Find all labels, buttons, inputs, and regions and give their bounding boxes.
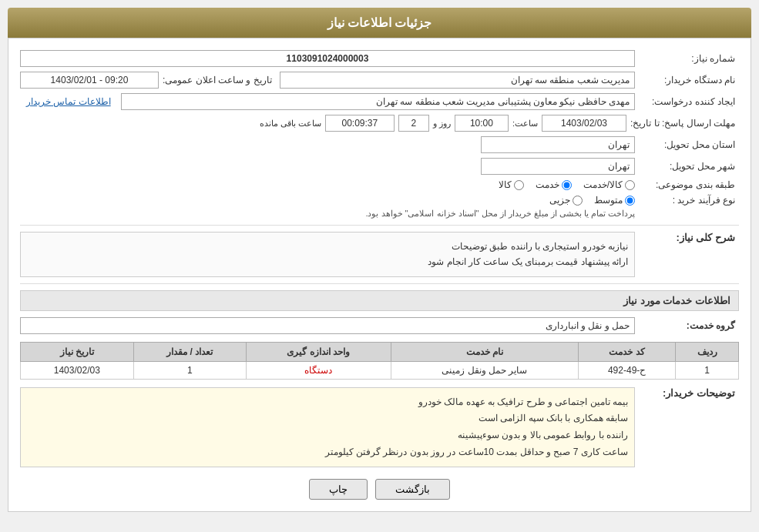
value-shomareNiaz: 1103091024000003 <box>20 50 635 67</box>
buyer-notes-box: بیمه تامین اجتماعی و طرح ترافیک به عهده … <box>20 387 635 467</box>
sharh-line1: نیازبه خودرو استیجاری با راننده طبق توضی… <box>27 239 628 254</box>
value-namDastgah: مدیریت شعب منطقه سه تهران <box>280 72 635 89</box>
td-namKhadamat: سایر حمل ونقل زمینی <box>391 361 578 379</box>
label-mohlat-roz: روز و <box>433 119 451 129</box>
radio-kala-khadamat[interactable]: کالا/خدمت <box>583 179 635 190</box>
sharh-line2: ارائه پیشنهاد قیمت برمبنای یک ساعت کار ا… <box>27 254 628 269</box>
label-namDastgah: نام دستگاه خریدار: <box>639 75 739 85</box>
tabaghe-radio-group: کالا/خدمت خدمت کالا <box>499 179 635 190</box>
radio-motavaset[interactable]: متوسط <box>594 195 635 206</box>
radio-kala-input[interactable] <box>514 180 524 190</box>
bazgasht-button[interactable]: بازگشت <box>375 479 450 500</box>
value-ijadKonande: مهدی حافظی نیکو معاون پشتیبانی مدیریت شع… <box>121 93 635 110</box>
label-tabaghe: طبقه بندی موضوعی: <box>639 179 739 190</box>
label-kala: کالا <box>499 179 512 190</box>
value-ostan: تهران <box>481 136 635 153</box>
label-mohlat: مهلت ارسال پاسخ: تا تاریخ: <box>630 118 739 129</box>
value-grouhKhadamat: حمل و نقل و انبارداری <box>20 317 635 334</box>
radio-jozi-input[interactable] <box>573 196 583 206</box>
section-khadamat: اطلاعات خدمات مورد نیاز <box>20 290 739 311</box>
label-sharhKolli: شرح کلی نیاز: <box>639 232 739 243</box>
sharh-kolli-box: نیازبه خودرو استیجاری با راننده طبق توضی… <box>20 232 635 277</box>
radio-motavaset-input[interactable] <box>625 196 635 206</box>
label-shomareNiaz: شماره نیاز: <box>639 53 739 64</box>
radio-kala-khadamat-input[interactable] <box>625 180 635 190</box>
td-tedad: 1 <box>133 361 246 379</box>
button-row: بازگشت چاپ <box>20 479 739 500</box>
page-title: جزئیات اطلاعات نیاز <box>8 8 751 38</box>
label-shahr: شهر محل تحویل: <box>639 161 739 172</box>
value-mohlat-saat: 10:00 <box>455 115 509 132</box>
radio-kala[interactable]: کالا <box>499 179 524 190</box>
td-radif: 1 <box>676 361 739 379</box>
noeFarayand-radio-group: متوسط جزیی <box>20 195 635 206</box>
label-mohlat-saat: ساعت: <box>512 119 538 129</box>
tozihat-line1: بیمه تامین اجتماعی و طرح ترافیک به عهده … <box>27 394 628 411</box>
th-vahed: واحد اندازه گیری <box>247 342 391 361</box>
label-tozihat: توضیحات خریدار: <box>639 387 739 399</box>
service-table: ردیف کد خدمت نام خدمت واحد اندازه گیری ت… <box>20 342 739 380</box>
noeFarayand-description: پرداخت تمام یا بخشی از مبلغ خریدار از مح… <box>20 209 635 219</box>
label-ostan: استان محل تحویل: <box>639 139 739 150</box>
label-jozi: جزیی <box>549 195 570 206</box>
label-kala-khadamat: کالا/خدمت <box>583 179 623 190</box>
value-mohlat-date: 1403/02/03 <box>542 115 626 132</box>
tozihat-line4: ساعت کاری 7 صبح و حداقل بمدت 10ساعت در ر… <box>27 444 628 461</box>
label-noeFarayand: نوع فرآیند خرید : <box>639 195 739 206</box>
th-namKhadamat: نام خدمت <box>391 342 578 361</box>
value-shahr: تهران <box>481 158 635 175</box>
tozihat-line2: سابقه همکاری با بانک سپه الزامی است <box>27 410 628 427</box>
value-tarikh: 1403/02/01 - 09:20 <box>20 72 159 89</box>
tozihat-line3: راننده با روابط عمومی بالا و بدون سوءپیش… <box>27 427 628 444</box>
th-radif: ردیف <box>676 342 739 361</box>
td-vahed: دستگاه <box>247 361 391 379</box>
radio-khadamat-input[interactable] <box>562 180 572 190</box>
value-mohlat-roz: 2 <box>398 115 429 132</box>
radio-jozi[interactable]: جزیی <box>549 195 583 206</box>
table-row: 1 ح-49-492 سایر حمل ونقل زمینی دستگاه 1 … <box>21 361 739 379</box>
td-kodKhadamat: ح-49-492 <box>579 361 676 379</box>
label-grouhKhadamat: گروه خدمت: <box>639 320 739 331</box>
th-tedad: تعداد / مقدار <box>133 342 246 361</box>
label-ijadKonande: ایجاد کننده درخواست: <box>639 96 739 107</box>
label-khadamat: خدمت <box>536 179 559 190</box>
label-mohlat-baghi: ساعت باقی مانده <box>260 119 321 129</box>
th-tarikh: تاریخ نیاز <box>21 342 134 361</box>
chap-button[interactable]: چاپ <box>309 479 368 500</box>
value-mohlat-baghi: 00:09:37 <box>325 115 395 132</box>
label-motavaset: متوسط <box>594 195 623 206</box>
td-tarikh: 1403/02/03 <box>21 361 134 379</box>
radio-khadamat[interactable]: خدمت <box>536 179 572 190</box>
link-etelaatTamas[interactable]: اطلاعات تماس خریدار <box>20 96 117 107</box>
th-kodKhadamat: کد خدمت <box>579 342 676 361</box>
label-tarikh: تاریخ و ساعت اعلان عمومی: <box>163 75 276 85</box>
